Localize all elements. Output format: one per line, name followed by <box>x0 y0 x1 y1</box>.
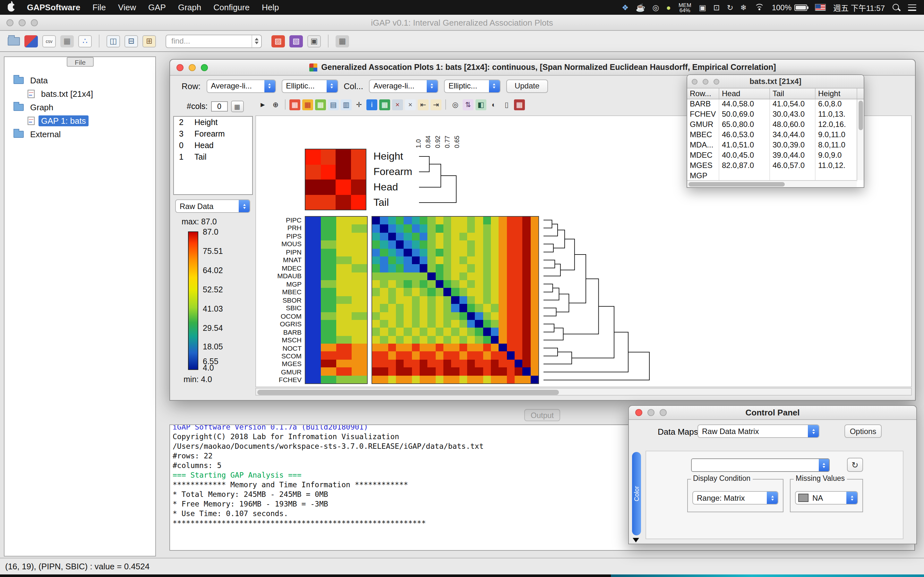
menu-graph[interactable]: Graph <box>178 3 201 12</box>
heatmap-cell[interactable] <box>523 256 531 264</box>
heatmap-cell[interactable] <box>451 288 459 296</box>
menu-view[interactable]: View <box>118 3 136 12</box>
close-window-button[interactable] <box>635 409 642 416</box>
heatmap-cell[interactable] <box>321 312 336 320</box>
heatmap-cell[interactable] <box>320 195 336 210</box>
heatmap-cell[interactable] <box>435 343 443 351</box>
cols-count-field[interactable]: 0 <box>211 101 228 111</box>
heatmap-cell[interactable] <box>336 248 352 256</box>
heatmap-cell[interactable] <box>491 335 499 343</box>
heatmap-cell[interactable] <box>507 217 515 225</box>
heatmap-cell[interactable] <box>305 351 321 359</box>
heatmap-cell[interactable] <box>380 288 388 296</box>
heatmap-cell[interactable] <box>388 233 396 241</box>
minimize-window-button[interactable] <box>189 64 196 71</box>
menubar-ball-icon[interactable]: ● <box>666 3 671 11</box>
control-panel-title-bar[interactable]: Control Panel <box>629 406 916 420</box>
heatmap-cell[interactable] <box>467 240 475 248</box>
heatmap-cell[interactable] <box>530 304 538 312</box>
heatmap-cell[interactable] <box>515 335 523 343</box>
heatmap-cell[interactable] <box>372 367 380 376</box>
heatmap-cell[interactable] <box>380 359 388 367</box>
heatmap-cell[interactable] <box>336 288 352 296</box>
heatmap-cell[interactable] <box>388 225 396 233</box>
heatmap-cell[interactable] <box>459 367 467 376</box>
heatmap-cell[interactable] <box>372 240 380 248</box>
heatmap-cell[interactable] <box>388 272 396 280</box>
heatmap-cell[interactable] <box>483 296 491 304</box>
heatmap-cell[interactable] <box>451 351 459 359</box>
heatmap-cell[interactable] <box>380 376 388 384</box>
close-window-button[interactable] <box>176 64 184 71</box>
heatmap-cell[interactable] <box>305 296 321 304</box>
heatmap-cell[interactable] <box>467 272 475 280</box>
close-window-button[interactable] <box>6 19 13 26</box>
insert-left-icon[interactable]: ⇤ <box>418 99 429 110</box>
heatmap-cell[interactable] <box>435 296 443 304</box>
heatmap-cell[interactable] <box>507 280 515 288</box>
heatmap-cell[interactable] <box>515 233 523 241</box>
heatmap-cell[interactable] <box>523 351 531 359</box>
heatmap-cell[interactable] <box>372 351 380 359</box>
heatmap-cell[interactable] <box>515 376 523 384</box>
heatmap-cell[interactable] <box>388 264 396 272</box>
heatmap-cell[interactable] <box>467 225 475 233</box>
heatmap-cell[interactable] <box>443 367 451 376</box>
heatmap-cell[interactable] <box>523 376 531 384</box>
cols-grid-button[interactable]: ▦ <box>231 101 244 112</box>
heatmap-pair-icon[interactable] <box>24 35 38 47</box>
heatmap-cell[interactable] <box>483 376 491 384</box>
heatmap-cell[interactable] <box>404 320 412 328</box>
notification-center-icon[interactable] <box>908 4 916 11</box>
heatmap-cell[interactable] <box>515 343 523 351</box>
heatmap-cell[interactable] <box>515 328 523 336</box>
plot-horizontal-scrollbar[interactable] <box>255 388 912 396</box>
heatmap-cell[interactable] <box>404 264 412 272</box>
heat-red-icon[interactable]: ▨ <box>271 35 285 47</box>
heatmap-cell[interactable] <box>372 296 380 304</box>
heatmap-cell[interactable] <box>305 217 321 225</box>
heatmap-cell[interactable] <box>336 312 352 320</box>
heatmap-cell[interactable] <box>396 272 404 280</box>
matrix-green-icon[interactable]: ▦ <box>315 99 326 110</box>
heatmap-cell[interactable] <box>451 233 459 241</box>
heatmap-cell[interactable] <box>305 335 321 343</box>
heatmap-cell[interactable] <box>451 240 459 248</box>
menubar-at-circle-icon[interactable]: ◎ <box>652 3 659 11</box>
heatmap-cell[interactable] <box>321 280 336 288</box>
heatmap-cell[interactable] <box>372 320 380 328</box>
sidebar-item-gap-1-bats[interactable]: GAP 1: bats <box>5 114 155 127</box>
heatmap-cell[interactable] <box>499 288 507 296</box>
heatmap-cell[interactable] <box>412 280 420 288</box>
heatmap-cell[interactable] <box>428 248 436 256</box>
heatmap-cell[interactable] <box>321 320 336 328</box>
heatmap-cell[interactable] <box>515 312 523 320</box>
heatmap-cell[interactable] <box>451 296 459 304</box>
heatmap-cell[interactable] <box>305 312 321 320</box>
palette-icon[interactable]: ◧ <box>475 99 486 110</box>
heatmap-cell[interactable] <box>530 288 538 296</box>
heatmap-cell[interactable] <box>428 264 436 272</box>
heatmap-cell[interactable] <box>412 320 420 328</box>
heatmap-cell[interactable] <box>459 248 467 256</box>
split-rows-icon[interactable]: ⊟ <box>124 35 138 47</box>
bats-column-header[interactable]: Head <box>719 89 770 99</box>
heatmap-cell[interactable] <box>388 248 396 256</box>
heatmap-cell[interactable] <box>305 164 320 179</box>
heatmap-cell[interactable] <box>428 312 436 320</box>
heatmap-cell[interactable] <box>523 328 531 336</box>
heatmap-cell[interactable] <box>483 335 491 343</box>
heatmap-cell[interactable] <box>321 264 336 272</box>
heatmap-cell[interactable] <box>530 256 538 264</box>
heatmap-cell[interactable] <box>372 280 380 288</box>
heatmap-cell[interactable] <box>352 328 367 336</box>
heatmap-cell[interactable] <box>351 149 366 164</box>
heatmap-cell[interactable] <box>372 312 380 320</box>
heatmap-cell[interactable] <box>388 376 396 384</box>
table-row[interactable]: FCHEV50.0,69.030.0,43.011.0,13. <box>687 110 864 120</box>
heatmap-cell[interactable] <box>412 304 420 312</box>
memory-indicator[interactable]: MEM 64% <box>678 2 691 13</box>
heatmap-cell[interactable] <box>428 320 436 328</box>
heatmap-cell[interactable] <box>459 351 467 359</box>
heatmap-cell[interactable] <box>352 359 367 367</box>
